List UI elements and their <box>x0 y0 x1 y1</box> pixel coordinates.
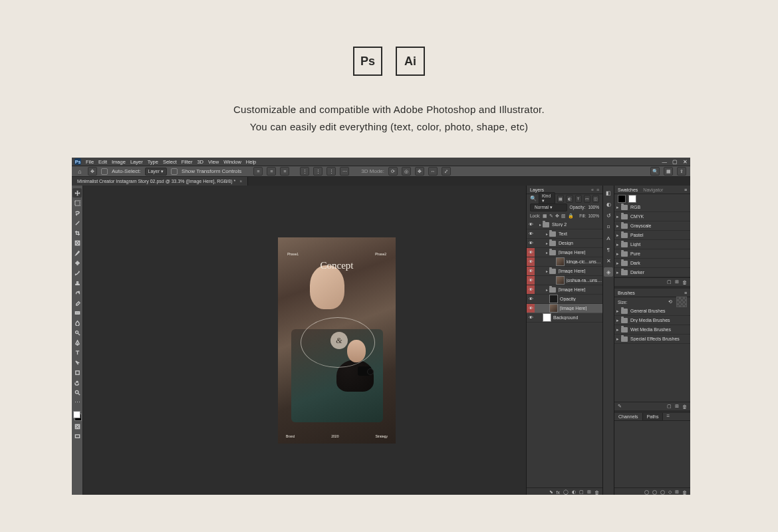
history-brush-tool-icon[interactable] <box>72 288 82 297</box>
3d-orbit-icon[interactable]: ⟳ <box>388 167 398 176</box>
expand-icon[interactable]: ▸ <box>544 241 549 245</box>
swatch-group[interactable]: ▸Light <box>614 240 690 249</box>
layer-row[interactable]: 👁Opacity <box>527 295 602 304</box>
swatches-menu-icon[interactable]: ≡ <box>684 188 687 192</box>
brush-preview[interactable] <box>676 297 687 307</box>
lock-trans-icon[interactable]: ▦ <box>543 213 547 219</box>
filter-type-icon[interactable]: T <box>575 195 582 203</box>
3d-zoom-icon[interactable]: ⤢ <box>442 167 451 176</box>
delete-swatch-icon[interactable]: 🗑 <box>682 280 687 285</box>
trash-icon[interactable]: 🗑 <box>594 490 599 495</box>
layer-row[interactable]: 👁kinga-cic...unsplash <box>527 257 602 267</box>
history-panel-icon[interactable]: ↺ <box>604 211 613 220</box>
swatch-bg[interactable] <box>628 195 636 203</box>
new-path-icon[interactable]: ⊞ <box>675 489 679 495</box>
edit-toolbar-icon[interactable]: ⋯ <box>72 398 82 407</box>
fill-value[interactable]: 100% <box>588 213 599 218</box>
new-brush-group-icon[interactable]: ▢ <box>667 404 672 409</box>
channels-tab[interactable]: Channels <box>614 413 643 420</box>
brush-preset-icon[interactable]: ✎ <box>618 404 622 409</box>
visibility-icon[interactable]: 👁 <box>527 239 535 247</box>
align-left-icon[interactable]: ≡ <box>253 167 263 176</box>
visibility-icon[interactable]: 👁 <box>527 257 535 266</box>
type-tool-icon[interactable] <box>72 348 82 357</box>
lock-paint-icon[interactable]: ✎ <box>549 213 553 219</box>
heal-tool-icon[interactable] <box>72 258 82 267</box>
filter-adjust-icon[interactable]: ◐ <box>566 195 573 203</box>
wand-tool-icon[interactable] <box>72 218 82 227</box>
lock-nest-icon[interactable]: ▥ <box>561 213 566 219</box>
fx-icon[interactable]: fx <box>557 490 560 495</box>
new-swatch-icon[interactable]: ⊞ <box>675 279 679 285</box>
stamp-tool-icon[interactable] <box>72 278 82 287</box>
adjust-panel-icon[interactable]: ◐ <box>604 200 613 209</box>
menu-filter[interactable]: Filter <box>182 159 193 165</box>
swatch-group[interactable]: ▸Darker <box>614 268 690 277</box>
link-layers-icon[interactable]: ⬊ <box>549 489 553 495</box>
eyedropper-tool-icon[interactable] <box>72 248 82 257</box>
window-close-icon[interactable]: ✕ <box>683 159 688 165</box>
panel-menu-icon[interactable]: ≡ <box>596 188 599 192</box>
3d-roll-icon[interactable]: ◎ <box>402 167 411 176</box>
visibility-icon[interactable]: 👁 <box>527 295 535 303</box>
path-select-tool-icon[interactable] <box>72 358 82 367</box>
brush-group[interactable]: ▸Special Effects Brushes <box>614 334 690 344</box>
layer-row[interactable]: 👁▸Design <box>527 239 602 248</box>
distribute-1-icon[interactable]: ⋮ <box>300 167 309 176</box>
zoom-tool-icon[interactable] <box>72 388 82 397</box>
filter-pixel-icon[interactable]: ▦ <box>557 195 564 203</box>
char-panel-icon[interactable]: A <box>604 233 613 243</box>
filter-smart-icon[interactable]: ◫ <box>592 195 599 203</box>
menu-image[interactable]: Image <box>112 159 126 165</box>
layer-row[interactable]: 👁▸[Image Here] <box>527 285 602 295</box>
swatch-group[interactable]: ▸RGB <box>614 203 690 212</box>
lock-all-icon[interactable]: 🔒 <box>568 213 574 219</box>
new-layer-icon[interactable]: ⊞ <box>587 489 591 495</box>
menu-edit[interactable]: Edit <box>98 159 107 165</box>
color-panel-icon[interactable]: ◧ <box>604 188 613 198</box>
cross-panel-icon[interactable]: ✕ <box>604 256 613 265</box>
autoselect-checkbox[interactable] <box>101 168 108 175</box>
gradient-tool-icon[interactable] <box>72 308 82 317</box>
brush-flip-icon[interactable]: ⟲ <box>668 299 672 305</box>
adjustment-icon[interactable]: ◐ <box>572 489 576 495</box>
pen-tool-icon[interactable] <box>72 338 82 347</box>
expand-icon[interactable]: ▸ <box>537 222 543 227</box>
swatches-tab[interactable]: Swatches <box>618 188 638 192</box>
swatch-fg[interactable] <box>618 195 626 203</box>
eraser-tool-icon[interactable] <box>72 298 82 307</box>
blur-tool-icon[interactable] <box>72 318 82 327</box>
filter-shape-icon[interactable]: ▭ <box>584 195 590 203</box>
lock-pos-icon[interactable]: ✥ <box>555 213 559 219</box>
expand-icon[interactable]: ▸ <box>544 231 549 236</box>
distribute-3-icon[interactable]: ⋮ <box>326 167 336 176</box>
show-transform-checkbox[interactable] <box>171 168 178 175</box>
shape-tool-icon[interactable] <box>72 368 82 377</box>
brushes-menu-icon[interactable]: ≡ <box>684 291 687 295</box>
swatch-group[interactable]: ▸Pastel <box>614 231 690 240</box>
menu-help[interactable]: Help <box>246 159 256 165</box>
autoselect-dropdown[interactable]: Layer ▾ <box>145 168 167 176</box>
path-selection-icon[interactable] <box>660 490 665 495</box>
visibility-icon[interactable]: 👁 <box>527 313 535 322</box>
window-maximize-icon[interactable]: ▢ <box>672 159 678 165</box>
layer-row[interactable]: 👁Background <box>527 313 602 323</box>
para-panel-icon[interactable]: ¶ <box>604 245 613 254</box>
menu-file[interactable]: File <box>86 159 94 165</box>
home-icon[interactable]: ⌂ <box>76 168 84 176</box>
layer-row[interactable]: 👁▸[Image Here] <box>527 267 602 276</box>
delete-brush-icon[interactable]: 🗑 <box>682 404 687 409</box>
quickmask-icon[interactable] <box>72 422 82 431</box>
layer-row[interactable]: 👁▸Story 2 <box>527 220 602 229</box>
align-center-icon[interactable]: ≡ <box>267 167 276 176</box>
marquee-tool-icon[interactable] <box>72 198 82 207</box>
canvas[interactable]: & Concept Phase1 Phase2 Brand 2020 Strat… <box>83 186 526 495</box>
visibility-icon[interactable]: 👁 <box>527 220 535 229</box>
more-options-icon[interactable]: ⋯ <box>340 167 349 176</box>
expand-icon[interactable]: ▸ <box>544 269 549 273</box>
navigator-tab[interactable]: Navigator <box>643 188 663 192</box>
layer-row[interactable]: 👁[Image Here] <box>527 304 602 313</box>
visibility-icon[interactable]: 👁 <box>527 248 535 257</box>
layers-tab[interactable]: Layers <box>530 188 544 192</box>
search-icon[interactable]: 🔍 <box>650 167 660 176</box>
